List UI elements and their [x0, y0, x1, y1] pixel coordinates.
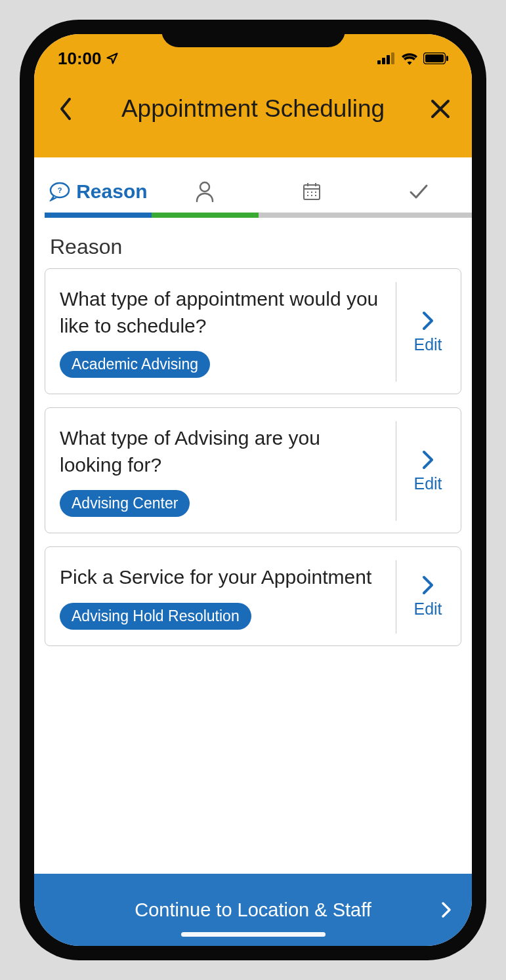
step-reason[interactable]: ? Reason: [45, 177, 152, 220]
battery-icon: [423, 52, 448, 64]
card-content: What type of Advising are you looking fo…: [60, 425, 384, 517]
section-title: Reason: [34, 220, 472, 268]
step-bar-confirm: [365, 213, 472, 218]
step-calendar[interactable]: [259, 177, 366, 220]
chevron-right-icon: [421, 310, 434, 331]
step-person[interactable]: [152, 177, 259, 220]
card-divider: [396, 560, 396, 634]
edit-button[interactable]: Edit: [408, 449, 448, 493]
step-bar-calendar: [259, 213, 366, 218]
svg-rect-2: [387, 55, 390, 64]
edit-button[interactable]: Edit: [408, 310, 448, 354]
back-button[interactable]: [53, 96, 79, 122]
phone-frame: 10:00: [20, 20, 486, 960]
close-button[interactable]: [427, 96, 453, 122]
cards-container: What type of appointment would you like …: [34, 268, 472, 646]
chevron-right-icon: [440, 901, 452, 919]
person-icon: [195, 180, 215, 203]
calendar-icon: [302, 182, 322, 201]
svg-rect-5: [425, 54, 444, 62]
edit-label: Edit: [413, 600, 442, 619]
card-question: What type of appointment would you like …: [60, 286, 384, 339]
status-icons: [377, 52, 448, 65]
app-header: Appointment Scheduling: [34, 73, 472, 157]
home-indicator[interactable]: [181, 932, 326, 937]
step-reason-label: Reason: [76, 180, 147, 203]
cellular-icon: [377, 52, 396, 64]
edit-button[interactable]: Edit: [408, 575, 448, 619]
continue-label: Continue to Location & Staff: [135, 899, 371, 921]
svg-text:?: ?: [58, 186, 62, 194]
location-arrow-icon: [106, 52, 119, 65]
edit-label: Edit: [413, 335, 442, 354]
card-content: What type of appointment would you like …: [60, 286, 384, 378]
step-bar-reason: [45, 213, 152, 218]
card-appointment-type: What type of appointment would you like …: [45, 268, 461, 394]
status-time-text: 10:00: [58, 49, 102, 69]
card-content: Pick a Service for your Appointment Advi…: [60, 564, 384, 630]
step-bar-person: [152, 213, 259, 218]
card-advising-type: What type of Advising are you looking fo…: [45, 407, 461, 533]
check-icon: [408, 183, 429, 200]
edit-label: Edit: [413, 474, 442, 493]
svg-rect-0: [377, 60, 381, 64]
continue-button[interactable]: Continue to Location & Staff: [34, 874, 472, 946]
step-confirm[interactable]: [365, 177, 472, 220]
phone-screen: 10:00: [34, 34, 472, 946]
wifi-icon: [401, 52, 418, 65]
svg-rect-1: [382, 58, 385, 64]
card-tag: Academic Advising: [60, 351, 210, 378]
svg-rect-6: [446, 56, 448, 61]
card-service: Pick a Service for your Appointment Advi…: [45, 546, 461, 646]
svg-rect-3: [391, 52, 394, 64]
chevron-right-icon: [421, 449, 434, 470]
svg-point-11: [200, 182, 209, 192]
card-divider: [396, 282, 396, 382]
close-icon: [429, 98, 452, 120]
speech-bubble-icon: ?: [49, 182, 71, 201]
chevron-left-icon: [58, 96, 74, 121]
chevron-right-icon: [421, 575, 434, 596]
card-question: Pick a Service for your Appointment: [60, 564, 384, 591]
card-divider: [396, 421, 396, 521]
card-tag: Advising Hold Resolution: [60, 603, 251, 630]
phone-notch: [161, 20, 345, 47]
header-title: Appointment Scheduling: [79, 95, 427, 123]
status-time: 10:00: [58, 49, 119, 69]
stepper: ? Reason: [34, 177, 472, 220]
card-question: What type of Advising are you looking fo…: [60, 425, 384, 478]
card-tag: Advising Center: [60, 490, 190, 517]
